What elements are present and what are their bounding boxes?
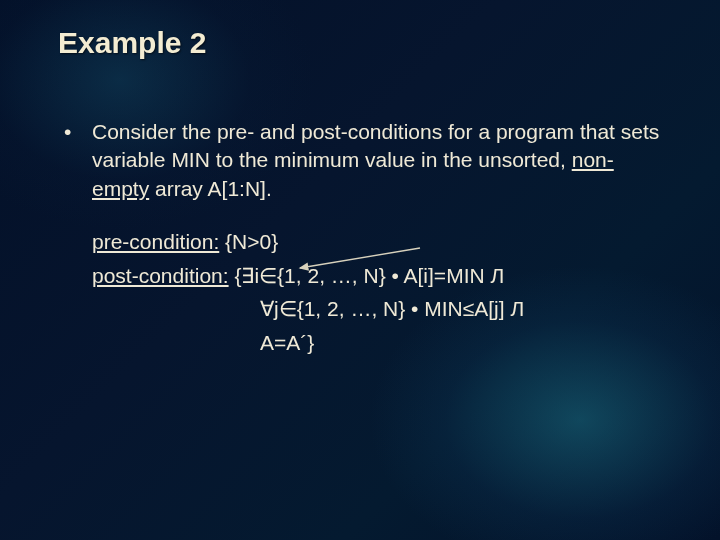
post-condition-label: post-condition: [92,264,229,287]
pre-condition-label: pre-condition: [92,230,219,253]
slide: Example 2 Consider the pre- and post-con… [0,0,720,540]
slide-content: Consider the pre- and post-conditions fo… [58,118,662,359]
slide-title: Example 2 [58,26,206,60]
post-condition-body2: ∀j∈{1, 2, …, N} • MIN≤A[j] Л [260,297,524,320]
bullet-text-suffix: array A[1:N]. [149,177,272,200]
post-condition-line3: A=A´} [92,326,662,360]
bullet-list: Consider the pre- and post-conditions fo… [58,118,662,203]
post-condition-line1: post-condition: {∃i∈{1, 2, …, N} • A[i]=… [92,259,662,293]
conditions-block: pre-condition: {N>0} post-condition: {∃i… [58,225,662,359]
post-condition-line2: ∀j∈{1, 2, …, N} • MIN≤A[j] Л [92,292,662,326]
bullet-item: Consider the pre- and post-conditions fo… [58,118,662,203]
post-condition-body1: {∃i∈{1, 2, …, N} • A[i]=MIN Л [229,264,505,287]
pre-condition-body: {N>0} [219,230,278,253]
pre-condition-line: pre-condition: {N>0} [92,225,662,259]
post-condition-body3: A=A´} [260,331,314,354]
